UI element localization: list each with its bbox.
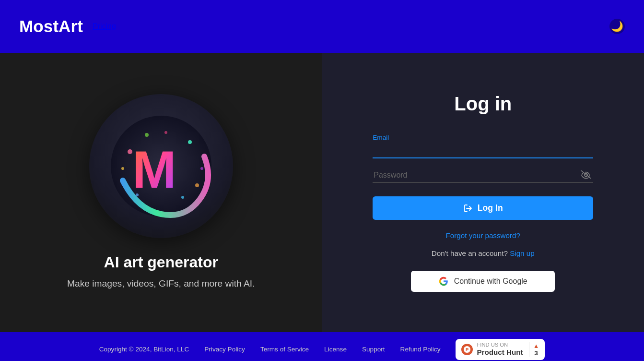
no-account-text: Don't have an account? (432, 249, 508, 257)
password-input-wrapper (373, 168, 593, 183)
support-link[interactable]: Support (362, 346, 385, 353)
refund-policy-link[interactable]: Refund Policy (400, 346, 441, 353)
google-button-label: Continue with Google (454, 277, 527, 286)
login-title: Log in (454, 93, 512, 115)
signup-link[interactable]: Sign up (510, 249, 535, 257)
toggle-password-button[interactable] (581, 170, 591, 181)
header-right: 🌙 (609, 19, 625, 34)
ph-text-block: FIND US ON Product Hunt (477, 342, 523, 357)
main-content: M AI art generator Make images, videos, … (0, 53, 644, 332)
eye-off-icon (581, 170, 591, 179)
google-signin-button[interactable]: Continue with Google (411, 271, 555, 292)
header-nav: Pricing (93, 22, 116, 31)
svg-point-6 (164, 131, 167, 134)
login-button[interactable]: Log In (373, 196, 593, 220)
terms-of-service-link[interactable]: Terms of Service (260, 346, 309, 353)
ph-icon (464, 346, 470, 353)
app-title: MostArt (19, 17, 83, 36)
pricing-link[interactable]: Pricing (93, 22, 116, 30)
left-subtitle: Make images, videos, GIFs, and more with… (67, 277, 255, 291)
forgot-password-link[interactable]: Forgot your password? (446, 231, 520, 240)
privacy-policy-link[interactable]: Privacy Policy (204, 346, 245, 353)
email-label: Email (373, 134, 593, 141)
google-icon (439, 277, 448, 286)
ph-count: ▲ 3 (529, 342, 539, 357)
product-hunt-badge[interactable]: FIND US ON Product Hunt ▲ 3 (456, 339, 545, 360)
license-link[interactable]: License (324, 346, 347, 353)
left-panel: M AI art generator Make images, videos, … (0, 53, 322, 332)
logo-circle: M (89, 94, 233, 238)
signup-prompt: Don't have an account? Sign up (432, 249, 535, 257)
product-hunt-logo (461, 344, 473, 355)
ph-vote-count: 3 (534, 349, 538, 357)
svg-text:M: M (132, 140, 176, 199)
svg-point-8 (145, 133, 149, 137)
svg-point-7 (181, 196, 184, 199)
logo-svg: M (108, 113, 214, 219)
header-left: MostArt Pricing (19, 17, 116, 36)
password-group (373, 168, 593, 183)
svg-point-4 (136, 193, 139, 196)
dark-mode-toggle[interactable]: 🌙 (609, 19, 625, 34)
svg-point-2 (128, 149, 132, 154)
svg-point-3 (188, 140, 192, 144)
left-title: AI art generator (104, 253, 218, 271)
svg-point-5 (195, 183, 199, 187)
ph-name: Product Hunt (477, 348, 523, 357)
footer: Copyright © 2024, BitLion, LLC Privacy P… (0, 332, 644, 361)
login-icon (463, 204, 473, 213)
email-group: Email (373, 134, 593, 158)
login-button-label: Log In (478, 203, 503, 213)
header: MostArt Pricing 🌙 (0, 0, 644, 53)
svg-point-9 (121, 167, 124, 170)
svg-point-10 (200, 167, 203, 170)
right-panel: Log in Email Log In (322, 53, 644, 332)
password-input[interactable] (373, 168, 593, 183)
copyright: Copyright © 2024, BitLion, LLC (99, 346, 189, 353)
ph-find-us: FIND US ON (477, 342, 523, 348)
ph-arrow-icon: ▲ (533, 342, 539, 349)
email-input[interactable] (373, 143, 593, 158)
